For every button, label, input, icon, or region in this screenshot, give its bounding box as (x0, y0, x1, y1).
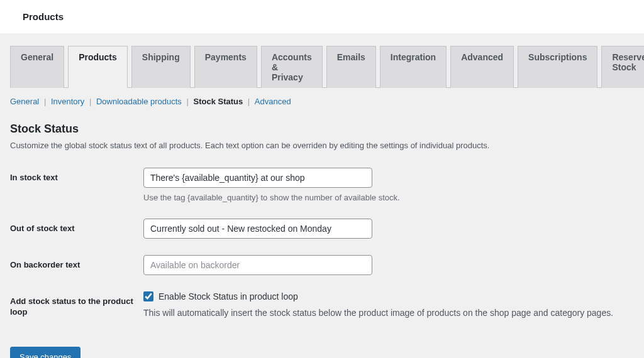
tab-subscriptions[interactable]: Subscriptions (518, 46, 597, 88)
subtab-inventory[interactable]: Inventory (51, 97, 84, 106)
row-in-stock: In stock text Use the tag {available_qua… (10, 168, 634, 202)
row-product-loop: Add stock status to the product loop Ena… (10, 291, 634, 318)
tab-general[interactable]: General (10, 46, 64, 88)
help-in-stock: Use the tag {available_quantity} to show… (143, 193, 634, 202)
input-in-stock[interactable] (143, 168, 372, 188)
input-on-backorder[interactable] (143, 255, 372, 275)
tab-accounts-privacy[interactable]: Accounts & Privacy (261, 46, 323, 88)
label-on-backorder: On backorder text (10, 255, 143, 271)
desc-product-loop: This will automatically insert the stock… (143, 308, 634, 318)
checkbox-enable-stock-status[interactable] (143, 291, 153, 301)
subtab-downloadable[interactable]: Downloadable products (96, 97, 182, 106)
tab-emails[interactable]: Emails (326, 46, 376, 88)
main-content: General Products Shipping Payments Accou… (0, 33, 644, 358)
sub-tabs: General | Inventory | Downloadable produ… (10, 95, 634, 112)
label-out-of-stock: Out of stock text (10, 219, 143, 234)
tab-payments[interactable]: Payments (194, 46, 257, 88)
row-out-of-stock: Out of stock text (10, 219, 634, 239)
save-button[interactable]: Save changes (10, 347, 80, 358)
primary-tabs: General Products Shipping Payments Accou… (10, 46, 634, 88)
section-title: Stock Status (10, 122, 634, 136)
page-title: Products (23, 11, 621, 22)
page-header: Products (0, 0, 644, 33)
subtab-general[interactable]: General (10, 97, 39, 106)
label-in-stock: In stock text (10, 168, 143, 183)
row-on-backorder: On backorder text (10, 255, 634, 275)
subtab-stock-status[interactable]: Stock Status (193, 97, 243, 106)
subtab-advanced[interactable]: Advanced (255, 97, 291, 106)
tab-advanced[interactable]: Advanced (450, 46, 514, 88)
section-description: Customize the global stock status text o… (10, 141, 634, 150)
input-out-of-stock[interactable] (143, 219, 372, 239)
tab-shipping[interactable]: Shipping (131, 46, 191, 88)
tab-integration[interactable]: Integration (380, 46, 447, 88)
tab-reserved-stock[interactable]: Reserved Stock (601, 46, 644, 88)
label-product-loop: Add stock status to the product loop (10, 291, 143, 318)
checkbox-label-enable-stock-status: Enable Stock Status in product loop (158, 291, 298, 301)
tab-products[interactable]: Products (68, 46, 128, 88)
